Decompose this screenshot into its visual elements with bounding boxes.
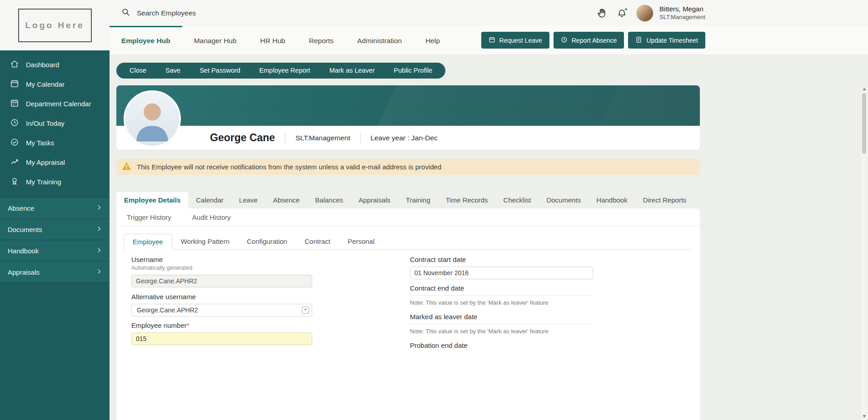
update-timesheet-button[interactable]: Update Timesheet [628, 32, 705, 49]
chevron-right-icon [96, 204, 102, 212]
subtab-configuration[interactable]: Configuration [238, 234, 296, 249]
timesheet-icon [635, 36, 642, 44]
scrollbar-thumb[interactable] [862, 93, 866, 154]
employee-profile-card: George Cane SLT:Management Leave year : … [116, 85, 700, 150]
subtab-contract[interactable]: Contract [296, 234, 339, 249]
sidebar-item-my-appraisal[interactable]: My Appraisal [0, 153, 110, 172]
tab-audit-history[interactable]: Audit History [192, 213, 231, 221]
tab-handbook[interactable]: Handbook [589, 192, 635, 208]
sidebar-item-label: Dashboard [26, 61, 59, 69]
close-button[interactable]: Close [120, 63, 156, 79]
topbar: Bitters, Megan SLT:Management [110, 0, 868, 26]
public-profile-button[interactable]: Public Profile [384, 63, 442, 79]
calendar-icon [10, 79, 19, 89]
subtab-personal[interactable]: Personal [339, 234, 383, 249]
subtab-working-pattern[interactable]: Working Pattern [172, 234, 238, 249]
button-label: Update Timesheet [646, 37, 698, 44]
probation-end-date-label: Probation end date [410, 341, 593, 349]
user-avatar[interactable] [636, 5, 653, 22]
contract-start-date-field[interactable] [410, 267, 593, 279]
sidebar-item-department-calendar[interactable]: Department Calendar [0, 94, 110, 114]
sidebar: Logo Here Dashboard My Calendar Departme… [0, 0, 110, 420]
sidebar-item-dashboard[interactable]: Dashboard [0, 55, 110, 74]
tab-training[interactable]: Training [398, 192, 438, 208]
sidebar-item-label: My Appraisal [26, 158, 65, 166]
hand-icon[interactable] [597, 8, 608, 19]
tab-employee-hub[interactable]: Employee Hub [110, 26, 182, 54]
contract-end-date-label: Contract end date [410, 284, 593, 292]
sidebar-nav: Dashboard My Calendar Department Calenda… [0, 50, 110, 192]
sidebar-sections: Absence Documents Handbook Appraisals [0, 197, 110, 283]
sidebar-section-label: Handbook [8, 247, 39, 255]
notification-warning: This Employee will not receive notificat… [116, 158, 700, 175]
tab-trigger-history[interactable]: Trigger History [127, 213, 171, 221]
hub-tabs: Employee Hub Manager Hub HR Hub Reports … [110, 26, 452, 54]
marked-as-leaver-date-label: Marked as leaver date [410, 313, 593, 321]
tab-time-records[interactable]: Time Records [438, 192, 496, 208]
employee-record-tabs: Employee Details Calendar Leave Absence … [116, 192, 700, 208]
tab-checklist[interactable]: Checklist [496, 192, 539, 208]
sidebar-item-my-training[interactable]: My Training [0, 172, 110, 192]
sidebar-item-label: My Calendar [26, 80, 65, 88]
sidebar-section-label: Absence [8, 204, 34, 212]
check-circle-icon [10, 138, 19, 148]
mark-as-leaver-button[interactable]: Mark as Leaver [320, 63, 384, 79]
employee-form: Username Automatically generated Alterna… [116, 250, 700, 349]
notification-dot [624, 7, 628, 11]
set-password-button[interactable]: Set Password [190, 63, 249, 79]
search-zone [110, 8, 291, 18]
tab-employee-details[interactable]: Employee Details [116, 192, 188, 208]
sidebar-item-label: In/Out Today [26, 119, 65, 127]
required-badge-icon: * [302, 306, 309, 314]
sidebar-section-absence[interactable]: Absence [0, 198, 110, 219]
sidebar-section-handbook[interactable]: Handbook [0, 240, 110, 262]
sidebar-item-my-calendar[interactable]: My Calendar [0, 74, 110, 94]
button-label: Report Absence [572, 37, 617, 44]
app-root: Logo Here Dashboard My Calendar Departme… [0, 0, 868, 420]
tab-absence[interactable]: Absence [265, 192, 307, 208]
tab-direct-reports[interactable]: Direct Reports [635, 192, 694, 208]
save-button[interactable]: Save [156, 63, 190, 79]
notifications-bell-icon[interactable] [617, 8, 627, 18]
scrollbar-up-arrow-icon[interactable] [863, 88, 866, 90]
tab-balances[interactable]: Balances [307, 192, 351, 208]
tab-hr-hub[interactable]: HR Hub [249, 26, 297, 54]
content-area: Close Save Set Password Employee Report … [110, 54, 868, 420]
leave-year: Leave year : Jan-Dec [371, 134, 438, 142]
vertical-scrollbar[interactable] [861, 85, 867, 420]
marked-as-leaver-note: Note: This value is set by the 'Mark as … [410, 328, 593, 335]
form-left-column: Username Automatically generated Alterna… [131, 256, 312, 349]
tab-help[interactable]: Help [414, 26, 452, 54]
tab-appraisals[interactable]: Appraisals [351, 192, 398, 208]
sidebar-section-appraisals[interactable]: Appraisals [0, 262, 110, 283]
subtab-employee[interactable]: Employee [124, 234, 172, 250]
sidebar-section-documents[interactable]: Documents [0, 219, 110, 240]
request-leave-button[interactable]: Request Leave [481, 32, 549, 49]
quick-actions: Request Leave Report Absence Update Time… [481, 26, 705, 54]
alternative-username-field[interactable] [136, 306, 302, 314]
search-icon[interactable] [121, 8, 130, 18]
report-absence-button[interactable]: Report Absence [554, 32, 624, 49]
user-role: SLT:Management [659, 14, 705, 21]
sidebar-item-my-tasks[interactable]: My Tasks [0, 133, 110, 153]
sidebar-item-in-out-today[interactable]: In/Out Today [0, 114, 110, 133]
field-underline [410, 324, 593, 324]
search-input[interactable] [136, 9, 263, 18]
tab-leave[interactable]: Leave [231, 192, 265, 208]
user-info[interactable]: Bitters, Megan SLT:Management [659, 5, 705, 21]
tab-calendar[interactable]: Calendar [188, 192, 231, 208]
employee-report-button[interactable]: Employee Report [250, 63, 320, 79]
username-field[interactable] [131, 275, 312, 287]
tab-reports[interactable]: Reports [297, 26, 345, 54]
record-toolbar: Close Save Set Password Employee Report … [116, 63, 445, 79]
employee-number-field[interactable] [131, 332, 312, 345]
sidebar-item-label: Department Calendar [26, 100, 91, 108]
chart-icon [10, 157, 19, 168]
username-label: Username [131, 256, 312, 263]
tab-documents[interactable]: Documents [539, 192, 589, 208]
employee-number-label: Employee number* [131, 321, 312, 329]
tab-administration[interactable]: Administration [345, 26, 414, 54]
tab-manager-hub[interactable]: Manager Hub [182, 26, 249, 54]
scrollbar-down-arrow-icon[interactable] [863, 415, 866, 418]
divider [285, 132, 285, 144]
